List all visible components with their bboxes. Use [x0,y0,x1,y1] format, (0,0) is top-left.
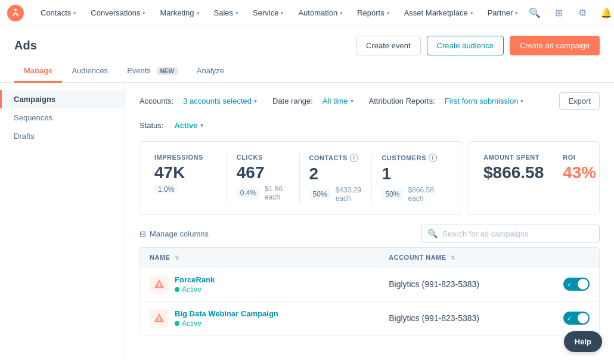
impressions-value: 47K [154,163,217,182]
columns-icon: ⊟ [139,229,146,238]
row-2-toggle[interactable]: ✓ [563,312,590,325]
create-audience-button[interactable]: Create audience [427,36,504,55]
page-actions: Create event Create audience Create ad c… [356,36,600,55]
sort-icon[interactable]: ⇅ [175,255,180,261]
status-dot [175,287,179,292]
search-icon: 🔍 [427,229,438,238]
attribution-value[interactable]: First form submission ▾ [439,95,530,107]
stat-clicks: CLICKS 467 0.4% $1.86 each [227,154,300,203]
accounts-filter: Accounts: 3 accounts selected ▾ [139,95,263,107]
date-range-label: Date range: [272,97,313,105]
nav-marketing[interactable]: Marketing ▾ [153,0,206,26]
marketplace-icon[interactable]: ⊞ [549,4,568,23]
nav-automation[interactable]: Automation ▾ [291,0,350,26]
contacts-each: $433.29 each [336,186,362,203]
stats-right-card: AMOUNT SPENT $866.58 ROI 43% [469,141,600,215]
campaigns-table: NAME ⇅ ACCOUNT NAME ⇅ [139,247,600,335]
nav-sales[interactable]: Sales ▾ [207,0,246,26]
chevron-down-icon: ▾ [340,10,343,16]
clicks-each: $1.86 each [265,185,289,201]
row-1-toggle[interactable]: ✓ [563,278,590,291]
attribution-filter: Attribution Reports: First form submissi… [369,95,530,107]
roi-value: 43% [563,163,596,182]
chevron-down-icon: ▾ [235,10,238,16]
customers-pct: 50% [382,189,403,199]
stat-roi: ROI 43% [563,154,596,182]
row-2-campaign-name[interactable]: Big Data Webinar Campaign [175,309,278,318]
row-2-status: Active [175,319,278,328]
chevron-down-icon: ▾ [200,122,203,129]
help-button[interactable]: Help [564,331,602,352]
nav-items: Contacts ▾ Conversations ▾ Marketing ▾ S… [33,0,525,26]
top-navigation: Contacts ▾ Conversations ▾ Marketing ▾ S… [0,0,614,26]
nav-conversations[interactable]: Conversations ▾ [83,0,153,26]
create-ad-campaign-button[interactable]: Create ad campaign [510,36,600,55]
toggle-knob [578,313,588,323]
amount-spent-value: $866.58 [483,163,544,182]
manage-columns-button[interactable]: ⊟ Manage columns [139,229,209,238]
table-row: ForceRank Active Biglytics (991- [140,267,599,301]
stats-main-card: IMPRESSIONS 47K 1.0% CLICKS 467 [139,141,461,215]
main-layout: Campaigns Sequences Drafts Accounts: 3 a… [0,83,614,360]
svg-rect-11 [159,317,160,319]
row-1-name-cell: ForceRank Active [140,267,379,301]
nav-reports[interactable]: Reports ▾ [350,0,397,26]
row-2-name-cell: Big Data Webinar Campaign Active [140,301,379,335]
clicks-pct: 0.4% [237,188,260,198]
create-event-button[interactable]: Create event [356,36,420,55]
customers-info-icon[interactable]: i [429,154,437,162]
nav-asset-marketplace[interactable]: Asset Marketplace ▾ [397,0,480,26]
accounts-label: Accounts: [139,97,173,105]
col-name: NAME ⇅ [140,248,379,267]
export-button[interactable]: Export [559,92,600,110]
sidebar-item-campaigns[interactable]: Campaigns [0,90,125,108]
row-2-account-cell: Biglytics (991-823-5383) ✓ [379,301,599,335]
table-body: ForceRank Active Biglytics (991- [140,267,599,335]
sort-icon[interactable]: ⇅ [451,255,456,261]
sidebar-item-drafts[interactable]: Drafts [0,127,125,145]
row-1-account-cell: Biglytics (991-823-5383) ✓ [379,267,599,301]
sidebar: Campaigns Sequences Drafts [0,83,125,360]
subtabs: Manage Audiences Events NEW Analyze [0,60,614,83]
attribution-label: Attribution Reports: [369,97,435,105]
status-filter[interactable]: Active ▾ [168,119,209,132]
accounts-value[interactable]: 3 accounts selected ▾ [177,95,263,107]
search-input[interactable] [442,229,593,238]
contacts-value: 2 [309,164,362,183]
settings-icon[interactable]: ⚙ [573,4,592,23]
hubspot-logo[interactable] [7,5,24,21]
campaign-search-box[interactable]: 🔍 [421,225,600,242]
page-title: Ads [14,39,37,52]
row-1-status: Active [175,285,215,294]
campaign-logo [150,275,169,294]
search-icon[interactable]: 🔍 [525,4,544,23]
tab-analyze[interactable]: Analyze [187,60,234,83]
nav-contacts[interactable]: Contacts ▾ [33,0,83,26]
clicks-value: 467 [237,163,290,182]
page-header: Ads Create event Create audience Create … [0,26,614,55]
status-label: Status: [139,121,163,130]
tab-manage[interactable]: Manage [14,60,62,83]
nav-service[interactable]: Service ▾ [246,0,291,26]
chevron-down-icon: ▾ [387,10,390,16]
contacts-info-icon[interactable]: i [350,154,358,162]
chevron-down-icon: ▾ [281,10,284,16]
date-range-value[interactable]: All time ▾ [317,95,359,107]
notifications-icon[interactable]: 🔔 [597,4,614,23]
date-range-filter: Date range: All time ▾ [272,95,359,107]
chevron-down-icon: ▾ [520,98,523,104]
chevron-down-icon: ▾ [515,10,518,16]
sidebar-item-sequences[interactable]: Sequences [0,108,125,127]
contacts-pct: 50% [309,189,331,199]
toggle-knob [578,279,588,290]
tab-events[interactable]: Events NEW [117,60,187,83]
svg-point-12 [159,320,160,321]
table: NAME ⇅ ACCOUNT NAME ⇅ [140,248,599,335]
status-dot [175,321,179,326]
main-content: Accounts: 3 accounts selected ▾ Date ran… [125,83,614,360]
nav-partner[interactable]: Partner ▾ [480,0,526,26]
tab-audiences[interactable]: Audiences [62,60,117,83]
filter-bar: Accounts: 3 accounts selected ▾ Date ran… [139,92,600,110]
table-header: NAME ⇅ ACCOUNT NAME ⇅ [140,248,599,267]
row-1-campaign-name[interactable]: ForceRank [175,275,215,284]
